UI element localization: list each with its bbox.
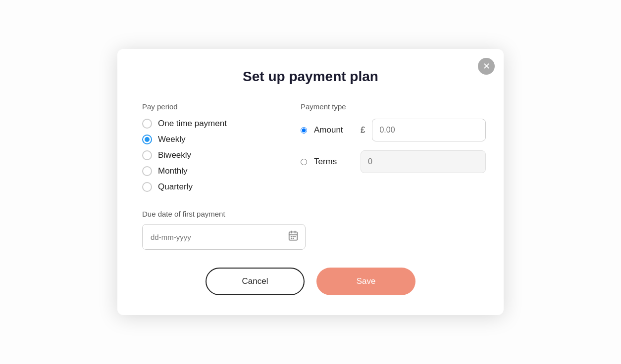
pay-period-one-time[interactable]: One time payment bbox=[142, 119, 271, 129]
label-quarterly: Quarterly bbox=[158, 182, 193, 192]
date-input-wrapper bbox=[142, 224, 306, 250]
radio-terms[interactable] bbox=[301, 159, 307, 165]
radio-biweekly[interactable] bbox=[142, 150, 152, 160]
payment-plan-modal: ✕ Set up payment plan Pay period One tim… bbox=[117, 49, 504, 315]
save-button[interactable]: Save bbox=[316, 268, 415, 295]
pay-period-radio-group: One time payment Weekly Biweekly Monthly bbox=[142, 119, 271, 192]
cancel-button[interactable]: Cancel bbox=[206, 268, 305, 295]
payment-type-label: Payment type bbox=[301, 102, 486, 111]
radio-amount[interactable] bbox=[301, 127, 307, 134]
terms-row: Terms bbox=[301, 150, 486, 173]
payment-type-section: Payment type Amount £ Terms bbox=[301, 102, 486, 192]
pay-period-label: Pay period bbox=[142, 102, 271, 111]
radio-one-time[interactable] bbox=[142, 119, 152, 129]
payment-type-options: Amount £ Terms bbox=[301, 119, 486, 173]
modal-body: Pay period One time payment Weekly Biwee… bbox=[142, 102, 479, 192]
due-date-label: Due date of first payment bbox=[142, 210, 479, 218]
radio-quarterly[interactable] bbox=[142, 182, 152, 192]
date-input[interactable] bbox=[142, 224, 306, 250]
pay-period-weekly[interactable]: Weekly bbox=[142, 135, 271, 144]
amount-row: Amount £ bbox=[301, 119, 486, 141]
due-date-section: Due date of first payment bbox=[142, 210, 479, 250]
radio-monthly[interactable] bbox=[142, 166, 152, 176]
label-biweekly: Biweekly bbox=[158, 150, 191, 160]
modal-backdrop: ✕ Set up payment plan Pay period One tim… bbox=[0, 0, 621, 364]
amount-label: Amount bbox=[314, 125, 354, 135]
label-one-time: One time payment bbox=[158, 119, 227, 129]
pay-period-biweekly[interactable]: Biweekly bbox=[142, 150, 271, 160]
close-button[interactable]: ✕ bbox=[478, 58, 495, 75]
radio-weekly[interactable] bbox=[142, 135, 152, 144]
label-monthly: Monthly bbox=[158, 166, 188, 176]
modal-footer: Cancel Save bbox=[142, 268, 479, 295]
pay-period-quarterly[interactable]: Quarterly bbox=[142, 182, 271, 192]
terms-input[interactable] bbox=[361, 150, 486, 173]
close-icon: ✕ bbox=[483, 62, 490, 71]
pay-period-section: Pay period One time payment Weekly Biwee… bbox=[142, 102, 271, 192]
pay-period-monthly[interactable]: Monthly bbox=[142, 166, 271, 176]
terms-label: Terms bbox=[314, 157, 354, 167]
label-weekly: Weekly bbox=[158, 135, 185, 144]
modal-title: Set up payment plan bbox=[142, 69, 479, 85]
currency-symbol: £ bbox=[361, 125, 365, 135]
amount-input[interactable] bbox=[372, 119, 486, 141]
